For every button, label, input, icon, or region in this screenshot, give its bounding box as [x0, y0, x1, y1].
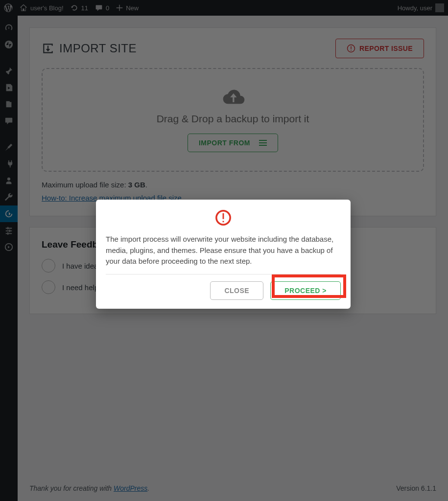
modal-message: The import process will overwrite your w… [106, 234, 341, 267]
import-warning-modal: The import process will overwrite your w… [96, 200, 351, 309]
proceed-button[interactable]: PROCEED > [270, 281, 341, 300]
warning-icon [106, 209, 341, 228]
modal-divider [106, 274, 341, 274]
close-button[interactable]: CLOSE [210, 281, 263, 300]
